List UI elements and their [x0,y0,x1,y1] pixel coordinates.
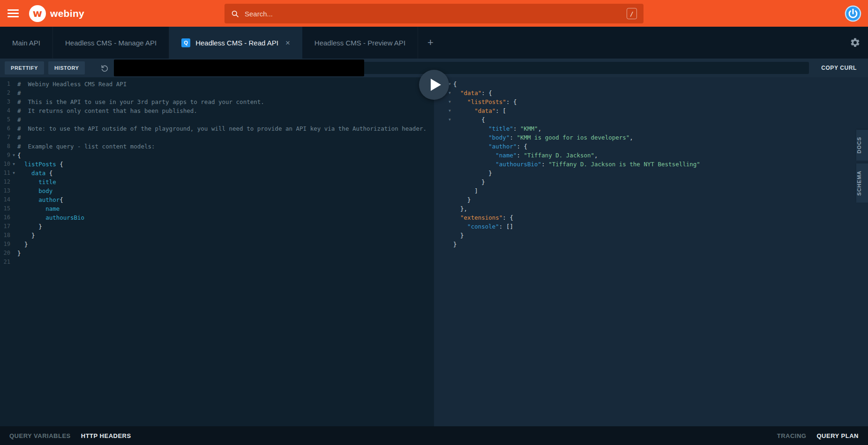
code-text: "authoursBio": "Tiffany D. Jackson is th… [453,160,700,169]
fold-gutter [10,249,17,258]
code-text: "console": [] [453,222,513,231]
fold-gutter [446,213,453,222]
fold-gutter [446,133,453,142]
query-editor[interactable]: 1# Webiny Headless CMS Read API2#3# This… [0,77,434,426]
fold-gutter [10,89,17,97]
search-input[interactable] [245,10,627,18]
line-number: 16 [0,213,10,222]
history-button[interactable]: HISTORY [48,61,85,74]
reload-schema-icon[interactable] [100,64,109,73]
code-line: 7# [0,133,434,142]
code-line: 4# It returns only content that has been… [0,106,434,115]
fold-arrow-icon[interactable]: ▾ [446,97,453,106]
schema-tab[interactable]: SCHEMA [856,163,868,203]
code-line: 9▾{ [0,151,434,160]
code-line: "title": "KMM", [446,124,868,133]
fold-gutter [446,142,453,151]
code-line: ▾ "data": { [446,89,868,97]
webiny-logo-icon: w [29,5,46,22]
code-text: "body": "KMM is good for ios developers"… [453,133,633,142]
tab-main-api[interactable]: Main API [0,27,53,59]
code-text: # Example query - list content models: [17,142,155,151]
fold-arrow-icon[interactable]: ▾ [10,169,17,178]
tab-headless-cms-preview-api[interactable]: Headless CMS - Preview API [302,27,418,59]
prettify-button[interactable]: PRETTIFY [5,61,44,74]
code-text: "listPosts": { [453,97,516,106]
code-line: 13 body [0,186,434,195]
side-panel-tabs: DOCS SCHEMA [856,130,868,202]
code-text: } [17,222,42,231]
code-text: body [17,186,52,195]
add-tab-button[interactable]: + [418,27,443,59]
tab-headless-cms-manage-api[interactable]: Headless CMS - Manage API [53,27,169,59]
code-line: ▾{ [446,80,868,89]
code-line: ▾ { [446,115,868,124]
fold-gutter [446,169,453,178]
query-plan-tab[interactable]: QUERY PLAN [816,432,859,439]
code-line: "authoursBio": "Tiffany D. Jackson is th… [446,160,868,169]
fold-arrow-icon[interactable]: ▾ [10,160,17,169]
code-text: } [17,249,21,258]
line-number: 11 [0,169,10,178]
logo-initial: w [33,7,42,19]
settings-gear-icon[interactable] [850,37,861,48]
http-headers-tab[interactable]: HTTP HEADERS [81,432,131,439]
code-text: data { [17,169,52,178]
code-text: name [17,204,60,213]
logout-button[interactable] [845,5,861,22]
fold-gutter [10,142,17,151]
code-line: 2# [0,89,434,97]
code-text: # This is the API to use in your 3rd par… [17,97,264,106]
code-line: 19 } [0,240,434,249]
code-line: 1# Webiny Headless CMS Read API [0,80,434,89]
code-text: }, [453,204,467,213]
code-line: "author": { [446,142,868,151]
fold-gutter [10,97,17,106]
code-text: } [453,169,492,178]
fold-gutter [10,186,17,195]
code-text: # [17,133,21,142]
code-text: } [17,240,28,249]
line-number: 14 [0,195,10,204]
code-line: "extensions": { [446,213,868,222]
execute-query-button[interactable] [419,70,449,100]
fold-gutter [10,240,17,249]
line-number: 6 [0,124,10,133]
copy-curl-button[interactable]: COPY CURL [815,65,863,71]
code-text: # Note: to use the API outside of the pl… [17,124,427,133]
global-search-bar[interactable]: / [224,4,644,23]
line-number: 8 [0,142,10,151]
fold-gutter [10,106,17,115]
code-text: # [17,115,21,124]
fold-arrow-icon[interactable]: ▾ [10,151,17,160]
query-variables-tab[interactable]: QUERY VARIABLES [9,432,71,439]
code-text: "title": "KMM", [453,124,541,133]
response-lines: ▾{▾ "data": {▾ "listPosts": {▾ "data": [… [446,80,868,249]
tracing-tab[interactable]: TRACING [777,432,807,439]
api-tab-bar: Main API Headless CMS - Manage API Q Hea… [0,27,868,59]
tab-headless-cms-read-api[interactable]: Q Headless CMS - Read API × [169,27,302,59]
code-line: 14 author{ [0,195,434,204]
fold-gutter [446,160,453,169]
code-line: "name": "Tiffany D. Jackson", [446,151,868,160]
docs-tab[interactable]: DOCS [856,130,868,161]
code-line: 20} [0,249,434,258]
fold-gutter [446,222,453,231]
code-text: listPosts { [17,160,63,169]
menu-hamburger-icon[interactable] [7,9,19,17]
fold-arrow-icon[interactable]: ▾ [446,115,453,124]
fold-gutter [446,231,453,240]
code-line: 16 authoursBio [0,213,434,222]
close-tab-icon[interactable]: × [285,39,290,47]
fold-arrow-icon[interactable]: ▾ [446,106,453,115]
code-text: "author": { [453,142,527,151]
fold-gutter [446,151,453,160]
line-number: 7 [0,133,10,142]
webiny-logo[interactable]: w webiny [29,5,84,22]
fold-gutter [10,178,17,186]
code-line: 18 } [0,231,434,240]
fold-gutter [446,195,453,204]
code-text: { [453,80,457,89]
endpoint-url-input[interactable] [114,62,809,74]
code-line: 12 title [0,178,434,186]
